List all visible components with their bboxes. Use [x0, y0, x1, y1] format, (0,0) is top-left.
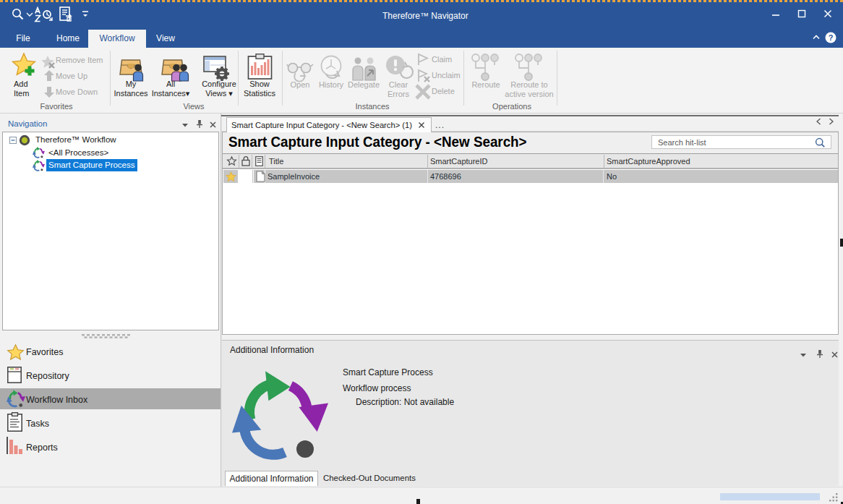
svg-text:?: ?: [829, 33, 834, 42]
